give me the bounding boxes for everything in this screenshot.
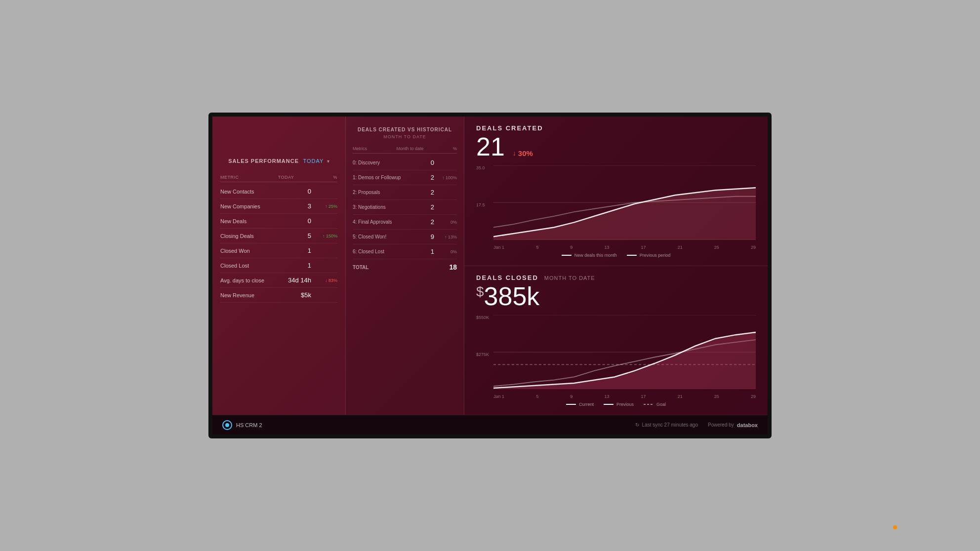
deals-stage: 2: Proposals xyxy=(353,190,419,195)
metric-row: Avg. days to close34d 14h↓ 83% xyxy=(220,273,337,288)
x-label-21: 21 xyxy=(678,245,683,250)
metrics-header: Metric Today % xyxy=(220,173,337,182)
deals-closed-svg xyxy=(493,315,756,390)
closed-x-25: 25 xyxy=(714,394,719,399)
deals-pct: ↑ 13% xyxy=(437,235,457,239)
metric-change: ↑ 25% xyxy=(315,204,337,209)
middle-panel: DEALS CREATED VS HISTORICAL MONTH TO DAT… xyxy=(346,117,464,415)
databox-logo: databox xyxy=(737,422,758,428)
arrow-down-icon: ↓ xyxy=(513,149,516,157)
deals-created-legend: New deals this month Previous period xyxy=(476,253,756,258)
deals-total-row: TOTAL 18 xyxy=(353,259,457,275)
svg-marker-3 xyxy=(493,188,756,239)
svg-marker-7 xyxy=(493,332,756,389)
legend-current-label: Current xyxy=(579,402,594,407)
closed-x-13: 13 xyxy=(604,394,609,399)
col-metric-label: Metric xyxy=(220,175,239,180)
metric-name: Avg. days to close xyxy=(220,277,288,283)
closed-x-21: 21 xyxy=(678,394,683,399)
deals-count: 2 xyxy=(419,174,434,181)
metric-value: 3 xyxy=(291,202,311,210)
footer: HS CRM 2 ↻ Last sync 27 minutes ago Powe… xyxy=(212,415,768,434)
deals-count: 0 xyxy=(419,159,434,166)
metric-row: New Revenue$5k xyxy=(220,288,337,303)
deals-created-y-top: 35.0 xyxy=(476,165,485,170)
metric-name: New Companies xyxy=(220,203,291,209)
col-pct-middle-label: % xyxy=(453,146,457,151)
sales-title-main: SALES PERFORMANCE xyxy=(228,158,299,164)
left-panel: SALES PERFORMANCE TODAY ▾ Metric Today %… xyxy=(212,117,346,415)
metric-value: 34d 14h xyxy=(288,276,311,284)
deals-stage: 0: Discovery xyxy=(353,160,419,165)
x-label-29: 29 xyxy=(751,245,756,250)
deals-closed-title: DEALS CLOSED xyxy=(476,274,538,281)
deals-row: 4: Final Approvals20% xyxy=(353,215,457,230)
metric-value: $5k xyxy=(291,291,311,299)
closed-x-29: 29 xyxy=(751,394,756,399)
deals-closed-svg-container xyxy=(493,315,756,390)
legend-previous-line xyxy=(604,404,613,405)
closed-x-9: 9 xyxy=(570,394,572,399)
x-label-17: 17 xyxy=(641,245,646,250)
deals-closed-value: $385k xyxy=(476,283,539,309)
legend-goal-line xyxy=(644,404,653,405)
metric-name: Closing Deals xyxy=(220,233,291,239)
legend-current-line xyxy=(566,404,576,405)
legend-previous-period-line xyxy=(627,255,637,256)
sync-icon: ↻ xyxy=(635,422,639,428)
metric-name: Closed Lost xyxy=(220,263,291,269)
x-label-9: 9 xyxy=(570,245,572,250)
deals-created-change-value: 30% xyxy=(518,149,533,157)
metric-name: New Deals xyxy=(220,218,291,224)
metric-value: 0 xyxy=(291,217,311,225)
metric-name: New Revenue xyxy=(220,292,291,298)
deals-created-change: ↓ 30% xyxy=(513,149,533,157)
deals-created-header: DEALS CREATED xyxy=(476,124,756,132)
deals-closed-y-mid: $275K xyxy=(476,352,489,357)
deals-count: 2 xyxy=(419,203,434,211)
metric-value: 5 xyxy=(291,232,311,239)
x-label-25: 25 xyxy=(714,245,719,250)
deals-closed-x-labels: Jan 1 5 9 13 17 21 25 29 xyxy=(493,394,756,399)
metric-change: ↓ 83% xyxy=(315,278,337,283)
sync-text: Last sync 27 minutes ago xyxy=(642,422,698,428)
deals-closed-subtitle: MONTH TO DATE xyxy=(544,275,595,281)
metric-row: New Contacts0 xyxy=(220,184,337,199)
x-label-13: 13 xyxy=(604,245,609,250)
closed-x-5: 5 xyxy=(536,394,538,399)
deals-row: 5: Closed Won!9↑ 13% xyxy=(353,230,457,244)
deals-closed-chart-area: $550K $275K xyxy=(476,315,756,399)
deals-rows-container: 0: Discovery01: Demos or Followup2↑ 100%… xyxy=(353,156,457,259)
legend-previous-period-label: Previous period xyxy=(640,253,671,258)
footer-brand: HS CRM 2 xyxy=(222,420,262,430)
col-today-label: Today xyxy=(278,175,294,180)
powered-by: Powered by databox xyxy=(708,422,758,428)
deals-stage: 4: Final Approvals xyxy=(353,219,419,225)
deals-closed-section: DEALS CLOSED MONTH TO DATE $385k $550K $… xyxy=(464,266,768,415)
metric-row: Closed Won1 xyxy=(220,243,337,258)
right-panel: DEALS CREATED 21 ↓ 30% 35.0 17.5 xyxy=(464,117,768,415)
deals-created-y-labels: 35.0 17.5 xyxy=(476,165,485,240)
deals-total-count: 18 xyxy=(449,263,457,271)
closed-x-17: 17 xyxy=(641,394,646,399)
deals-pct: ↑ 100% xyxy=(437,175,457,180)
deals-count: 2 xyxy=(419,189,434,196)
dropdown-arrow-icon[interactable]: ▾ xyxy=(327,158,329,164)
deals-pct: 0% xyxy=(437,249,457,254)
deals-closed-y-labels: $550K $275K xyxy=(476,315,489,390)
metric-name: New Contacts xyxy=(220,189,291,195)
metric-value: 1 xyxy=(291,262,311,269)
metric-row: New Deals0 xyxy=(220,214,337,229)
deals-row: 1: Demos or Followup2↑ 100% xyxy=(353,170,457,185)
deals-hist-title-sub: MONTH TO DATE xyxy=(353,134,457,139)
deals-count: 2 xyxy=(419,218,434,226)
x-label-5: 5 xyxy=(536,245,538,250)
deals-stage: 6: Closed Lost xyxy=(353,249,419,254)
metric-row: Closing Deals5↑ 150% xyxy=(220,229,337,243)
metric-row: Closed Lost1 xyxy=(220,258,337,273)
metric-row: New Companies3↑ 25% xyxy=(220,199,337,214)
legend-previous: Previous xyxy=(604,402,634,407)
legend-goal-label: Goal xyxy=(656,402,666,407)
legend-current: Current xyxy=(566,402,594,407)
deals-created-value: 21 xyxy=(476,134,505,159)
